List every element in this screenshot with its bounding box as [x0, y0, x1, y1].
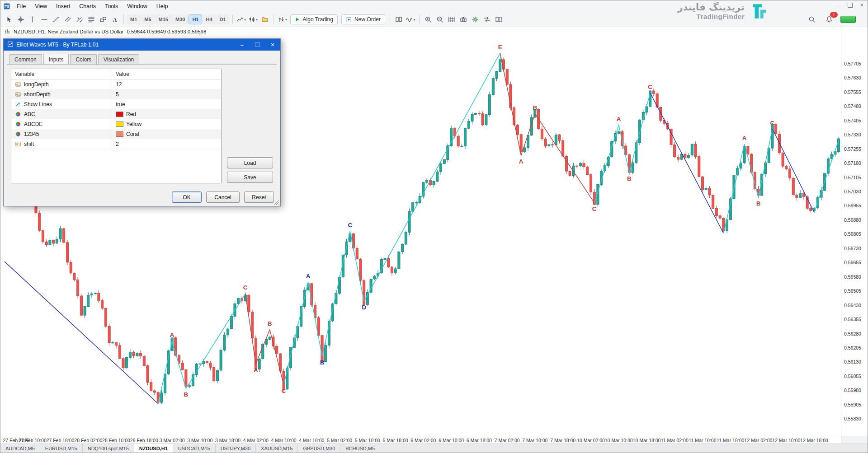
dialog-tab-inputs[interactable]: Inputs — [43, 54, 69, 65]
chart-tab-bchusd[interactable]: BCHUSD,M5 — [340, 444, 380, 453]
shapes-icon[interactable] — [97, 14, 109, 25]
time-label: 12 Mar 18:00 — [798, 438, 830, 443]
menu-help[interactable]: Help — [152, 1, 173, 11]
price-label: 0.56580 — [844, 274, 861, 280]
chart-tab-xauusd[interactable]: XAUUSD,M15 — [256, 444, 298, 453]
timeframe-h4[interactable]: H4 — [202, 14, 216, 24]
price-label: 0.56805 — [844, 231, 861, 237]
svg-text:A: A — [306, 273, 311, 280]
price-label: 0.57180 — [844, 160, 861, 166]
trendline-icon[interactable] — [50, 14, 62, 25]
dialog-close-icon[interactable]: ✕ — [265, 39, 280, 51]
text-icon[interactable]: A — [109, 14, 121, 25]
channel-icon[interactable] — [62, 14, 74, 25]
chart-tab-gbpusd[interactable]: GBPUSD,M30 — [298, 444, 340, 453]
reset-button[interactable]: Reset — [244, 191, 274, 203]
svg-text:C: C — [648, 84, 652, 90]
time-label: 4 Mar 02:00 — [240, 438, 272, 443]
zoom-in-icon[interactable] — [422, 14, 434, 25]
chart-tab-nzdusd[interactable]: NZDUSD,H1 — [134, 444, 173, 453]
candles-icon[interactable]: ▾ — [247, 14, 259, 25]
param-row[interactable]: 12345Coral — [11, 129, 221, 139]
timeframe-m1[interactable]: M1 — [127, 14, 141, 24]
dialog-minimize-icon[interactable]: – — [234, 39, 250, 51]
fibo-icon[interactable] — [85, 14, 97, 25]
chart-tab-ndq100.spot[interactable]: NDQ100.spot,M15 — [83, 444, 134, 453]
dialog-title-bar[interactable]: Elliot Waves MT5 - By TFLab 1.01 – ✕ — [4, 39, 280, 51]
param-value[interactable]: true — [112, 99, 221, 109]
tile-icon[interactable] — [493, 14, 505, 25]
camera-icon[interactable] — [458, 14, 469, 25]
svg-text:C: C — [770, 120, 775, 126]
price-label: 0.56655 — [844, 260, 861, 265]
param-row[interactable]: 01shortDepth5 — [11, 89, 221, 99]
param-value[interactable]: Red — [112, 109, 221, 119]
new-order-button[interactable]: New Order — [341, 14, 385, 24]
param-value[interactable]: Coral — [112, 129, 221, 139]
timeframe-m30[interactable]: M30 — [172, 14, 189, 24]
svg-text:B: B — [184, 391, 189, 398]
dialog-tab-common[interactable]: Common — [9, 54, 42, 65]
time-label: 6 Mar 10:00 — [435, 438, 467, 443]
param-row[interactable]: 01longDepth12 — [11, 79, 221, 89]
gear-icon[interactable] — [469, 14, 481, 25]
menu-window[interactable]: Window — [123, 1, 151, 11]
timeframe-h1[interactable]: H1 — [189, 14, 202, 24]
crosshair-icon[interactable] — [15, 14, 27, 25]
panes-icon[interactable] — [393, 14, 405, 25]
restore-icon[interactable] — [848, 3, 853, 8]
resize-grip[interactable] — [274, 200, 279, 205]
hline-icon[interactable] — [38, 14, 50, 25]
dialog-tab-colors[interactable]: Colors — [70, 54, 97, 65]
time-label: 27 Feb 10:00 — [17, 438, 48, 443]
cursor-icon[interactable] — [3, 14, 15, 25]
svg-text:A: A — [617, 116, 621, 122]
chart-tab-eurusd[interactable]: EURUSD,M15 — [40, 444, 83, 453]
chart-tab-usdjpy[interactable]: USDJPY,M30 — [216, 444, 256, 453]
swap-icon[interactable] — [481, 14, 493, 25]
menu-charts[interactable]: Charts — [75, 1, 100, 11]
zoom-out-icon[interactable] — [434, 14, 446, 25]
search-icon[interactable] — [806, 14, 818, 25]
timeframe-d1[interactable]: D1 — [216, 14, 230, 24]
chart-type-icon[interactable]: ▾ — [236, 14, 247, 25]
wave-icon[interactable]: ▾ — [405, 14, 416, 25]
param-row[interactable]: 01shift2 — [11, 139, 221, 149]
time-label: 5 Mar 18:00 — [380, 438, 411, 443]
menu-file[interactable]: File — [12, 1, 30, 11]
dialog-maximize-icon[interactable] — [250, 39, 265, 51]
vline-icon[interactable] — [27, 14, 38, 25]
param-name: Show Lines — [11, 101, 112, 107]
close-icon[interactable]: ✕ — [860, 2, 864, 8]
param-row[interactable]: Show Linestrue — [11, 99, 221, 109]
template-folder-icon[interactable] — [259, 14, 271, 25]
chart-tab-usdcad[interactable]: USDCAD,M15 — [173, 444, 216, 453]
param-value[interactable]: 5 — [112, 89, 221, 99]
ok-button[interactable]: OK — [172, 191, 202, 203]
timeframe-m5[interactable]: M5 — [141, 14, 155, 24]
cancel-button[interactable]: Cancel — [206, 191, 240, 203]
menu-tools[interactable]: Tools — [100, 1, 123, 11]
price-label: 0.57480 — [844, 103, 861, 109]
price-label: 0.55980 — [844, 388, 861, 393]
price-label: 0.56955 — [844, 203, 861, 208]
pitchfork-icon[interactable] — [74, 14, 85, 25]
minimize-icon[interactable]: – — [838, 3, 840, 8]
menu-view[interactable]: View — [30, 1, 52, 11]
algo-trading-button[interactable]: Algo Trading — [290, 14, 338, 24]
grid-icon[interactable] — [446, 14, 458, 25]
load-button[interactable]: Load — [227, 157, 273, 168]
param-value[interactable]: 12 — [112, 79, 221, 89]
param-value[interactable]: 2 — [112, 139, 221, 149]
timeframe-m15[interactable]: M15 — [155, 14, 172, 24]
param-value[interactable]: Yellow — [112, 119, 221, 129]
dialog-tab-visualization[interactable]: Visualization — [98, 54, 139, 65]
param-row[interactable]: ABCDEYellow — [11, 119, 221, 129]
app-icon[interactable] — [3, 3, 10, 10]
indicators-icon[interactable]: ▾ — [277, 14, 288, 25]
param-row[interactable]: ABCRed — [11, 109, 221, 119]
price-axis[interactable]: 0.577050.576300.575550.574800.574050.573… — [841, 27, 868, 436]
menu-insert[interactable]: Insert — [52, 1, 75, 11]
save-button[interactable]: Save — [227, 172, 273, 183]
chart-tab-audcad[interactable]: AUDCAD,M5 — [0, 444, 40, 453]
